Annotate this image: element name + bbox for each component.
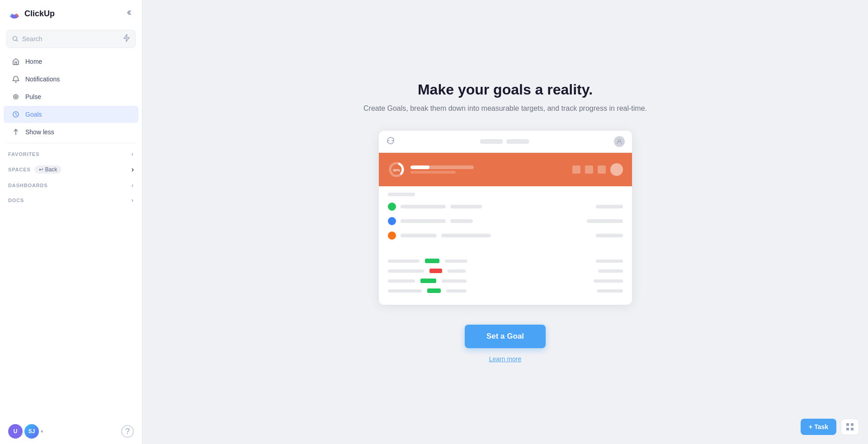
dashboards-chevron-icon: › [132, 182, 134, 189]
illus-row1-right [596, 205, 623, 208]
illus-row2-line2 [450, 219, 473, 223]
pulse-icon [12, 93, 20, 101]
illus-avatar-blue [388, 217, 396, 225]
lightning-button[interactable] [123, 34, 130, 44]
illus-row3-right [596, 234, 623, 237]
svg-point-1 [14, 94, 18, 99]
svg-rect-11 [846, 428, 849, 430]
svg-rect-9 [846, 423, 849, 426]
collapse-sidebar-button[interactable] [123, 7, 134, 20]
illus-table-row-2 [388, 269, 623, 273]
home-icon [12, 57, 20, 66]
illus-table-row-4 [388, 288, 623, 293]
illus-badge-red-1 [429, 269, 442, 273]
illus-donut-chart: 30% [388, 161, 405, 178]
illus-row1-line1 [401, 205, 446, 208]
illus-row2-right [587, 219, 623, 223]
illus-trow4-line3 [597, 289, 623, 293]
illus-badge-green-2 [420, 279, 436, 283]
set-goal-button[interactable]: Set a Goal [465, 325, 546, 348]
page-subtitle: Create Goals, break them down into measu… [363, 104, 647, 113]
grid-icon [846, 423, 854, 431]
illus-trow3-line2 [442, 279, 467, 283]
illus-user-avatar-orange [610, 163, 623, 176]
illus-list-area [379, 186, 632, 252]
illus-tab-1 [480, 139, 503, 144]
sidebar-item-home[interactable]: Home [4, 53, 138, 70]
sidebar-item-show-less[interactable]: Show less [4, 123, 138, 141]
illus-tab-2 [506, 139, 529, 144]
avatar-sj[interactable]: SJ [24, 424, 39, 439]
svg-point-2 [15, 96, 17, 98]
illus-progress-bar [410, 165, 474, 169]
grid-button[interactable] [841, 419, 859, 435]
spaces-section[interactable]: SPACES ↩ Back › [0, 160, 142, 176]
illus-list-row-2-left [388, 217, 473, 225]
dashboards-section[interactable]: DASHBOARDS › [0, 176, 142, 191]
sidebar-header: ClickUp [0, 0, 142, 27]
illus-list-row-1-left [388, 203, 482, 211]
illus-avatar-green [388, 203, 396, 211]
illus-table-row-3 [388, 279, 623, 283]
illus-trow1-line2 [445, 260, 467, 263]
app-name: ClickUp [24, 9, 55, 19]
avatar-dropdown-button[interactable]: ▾ [41, 429, 43, 435]
page-title: Make your goals a reality. [418, 81, 593, 98]
illus-progress-area: 30% [388, 161, 474, 178]
logo-icon [8, 7, 21, 20]
avatar-u[interactable]: U [8, 424, 23, 439]
spaces-left: SPACES ↩ Back [8, 165, 61, 174]
bell-icon [12, 75, 20, 83]
illus-list-header [388, 193, 415, 196]
illus-badge-green-1 [425, 259, 439, 263]
illus-list-row-1 [388, 203, 623, 211]
notifications-label: Notifications [25, 76, 60, 83]
illus-row2-line1 [401, 219, 446, 223]
illus-list-row-3-left [388, 231, 491, 240]
illus-right-icons [572, 163, 623, 176]
illus-orange-header: 30% [379, 153, 632, 186]
back-arrow-icon: ↩ [39, 166, 43, 173]
illus-trow1-line1 [388, 260, 420, 263]
add-task-button[interactable]: + Task [801, 419, 836, 435]
user-avatars: U SJ ▾ [8, 424, 43, 439]
illus-tabs [480, 139, 529, 144]
goals-label: Goals [25, 111, 42, 118]
sidebar-item-notifications[interactable]: Notifications [4, 71, 138, 88]
illus-trow2-line1 [388, 269, 424, 273]
illus-progress-fill [410, 165, 429, 169]
goals-illustration: 30% [379, 131, 632, 305]
main-content: Make your goals a reality. Create Goals,… [142, 0, 868, 444]
illus-list-row-3 [388, 231, 623, 240]
logo-area[interactable]: ClickUp [8, 7, 55, 20]
docs-chevron-icon: › [132, 197, 134, 203]
spaces-label: SPACES [8, 167, 31, 172]
sidebar-bottom: U SJ ▾ ? [0, 419, 142, 444]
back-badge[interactable]: ↩ Back [34, 165, 62, 174]
illus-trow2-line2 [448, 269, 466, 273]
sidebar: ClickUp Search [0, 0, 142, 444]
svg-text:30%: 30% [392, 168, 400, 172]
home-label: Home [25, 58, 42, 65]
illus-avatar-orange [388, 231, 396, 240]
favorites-section[interactable]: FAVORITES › [0, 145, 142, 160]
search-bar[interactable]: Search [6, 30, 136, 48]
goals-icon [12, 110, 20, 118]
docs-section[interactable]: DOCS › [0, 191, 142, 206]
illus-trow3-line1 [388, 279, 415, 283]
docs-label: DOCS [8, 198, 24, 203]
illus-top-bar [379, 131, 632, 153]
help-button[interactable]: ? [121, 425, 134, 438]
illus-trow4-line1 [388, 289, 422, 293]
search-placeholder: Search [22, 35, 42, 43]
spaces-chevron-icon: › [132, 165, 134, 174]
illus-row1-line2 [450, 205, 482, 208]
illus-icon-share [598, 165, 606, 174]
sidebar-item-pulse[interactable]: Pulse [4, 88, 138, 105]
favorites-label: FAVORITES [8, 151, 39, 157]
illus-table-row-1 [388, 259, 623, 263]
illus-icon-filter [572, 165, 580, 174]
learn-more-link[interactable]: Learn more [489, 355, 522, 363]
sidebar-item-goals[interactable]: Goals [4, 106, 138, 123]
illus-trow3-line3 [594, 279, 623, 283]
